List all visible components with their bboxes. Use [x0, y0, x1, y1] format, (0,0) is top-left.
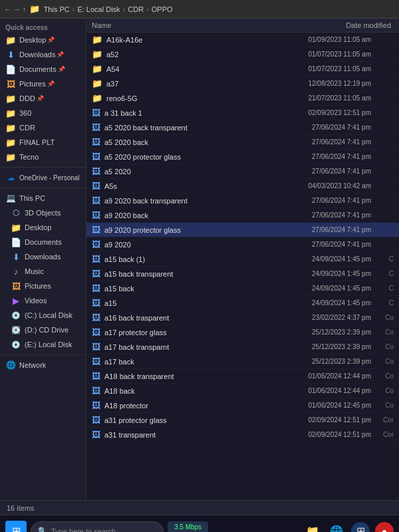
date-col-header[interactable]: Date modified: [287, 21, 394, 29]
table-row[interactable]: 🖼a9 2020 back transparent27/06/2024 7:41…: [86, 194, 399, 208]
table-row[interactable]: 🖼a31 protector glass02/09/2024 12:51 pmC…: [86, 413, 399, 428]
sidebar-item-tecno[interactable]: 📁 Tecno: [0, 150, 86, 164]
table-row[interactable]: 🖼a9 2020 back27/06/2024 7:41 pm: [86, 208, 399, 223]
file-name: 📁a52: [92, 49, 267, 59]
table-row[interactable]: 🖼a31 transparent02/09/2024 12:51 pmCor: [86, 428, 399, 442]
sidebar-item-onedrive[interactable]: ☁ OneDrive - Personal: [0, 170, 86, 185]
file-date: 24/09/2024 1:45 pm: [267, 299, 374, 307]
sidebar-item-desktop[interactable]: 📁 Desktop 📌: [0, 33, 86, 47]
file-icon: 🖼: [92, 254, 100, 264]
file-date: 02/09/2024 12:51 pm: [267, 416, 374, 424]
table-row[interactable]: 🖼A18 back transparent01/06/2024 12:44 pm…: [86, 369, 399, 384]
file-name: 📁A54: [92, 64, 267, 74]
pictures-icon: 🖼: [11, 281, 21, 291]
file-name: 🖼a9 2020: [92, 239, 267, 249]
table-row[interactable]: 🖼a17 protector glass25/12/2023 2:39 pmCo: [86, 325, 399, 340]
file-icon: 🖼: [92, 181, 100, 191]
table-row[interactable]: 🖼A5s04/03/2023 10:42 am: [86, 179, 399, 194]
cd-icon: 💽: [11, 325, 21, 335]
table-row[interactable]: 🖼a17 back transparnt25/12/2023 2:39 pmCo: [86, 340, 399, 354]
file-extra: C: [374, 285, 394, 292]
file-name: 🖼A18 back transparent: [92, 371, 267, 381]
start-button[interactable]: ⊞: [5, 521, 27, 533]
sidebar-item-desktop2[interactable]: 📁 Desktop: [0, 220, 86, 235]
table-row[interactable]: 📁a3712/08/2023 12:19 pm: [86, 76, 399, 91]
name-col-header[interactable]: Name: [92, 21, 287, 29]
table-row[interactable]: 🖼a5 2020 back27/06/2024 7:41 pm: [86, 135, 399, 150]
breadcrumb-cdr[interactable]: CDR: [128, 5, 144, 13]
table-row[interactable]: 🖼a15 back24/09/2024 1:45 pmC: [86, 281, 399, 296]
file-name: 🖼a17 back: [92, 356, 267, 366]
sidebar-item-cdisk[interactable]: 💿 (C:) Local Disk: [0, 308, 86, 323]
sidebar-item-videos[interactable]: ▶ Videos: [0, 293, 86, 308]
breadcrumb-edisk[interactable]: E: Local Disk: [77, 5, 120, 13]
file-name: 🖼a16 back trasparent: [92, 313, 267, 323]
file-name: 🖼a9 2020 back: [92, 210, 267, 220]
file-extra: C: [374, 255, 394, 263]
sidebar-item-network[interactable]: 🌐 Network: [0, 358, 86, 372]
sidebar-item-3dobjects[interactable]: ⬡ 3D Objects: [0, 205, 86, 220]
table-row[interactable]: 📁A16k-A16e01/09/2023 11:05 am: [86, 33, 399, 47]
table-row[interactable]: 🖼a5 2020 back transparent27/06/2024 7:41…: [86, 120, 399, 135]
file-icon: 🖼: [92, 283, 100, 293]
file-extra: Co: [374, 387, 394, 394]
sidebar-item-ddisk[interactable]: 💽 (D:) CD Drive: [0, 323, 86, 337]
table-row[interactable]: 📁a5201/07/2023 11:05 am: [86, 47, 399, 62]
table-row[interactable]: 🖼a5 2020 protector glass27/06/2024 7:41 …: [86, 150, 399, 164]
file-icon: 🖼: [92, 108, 100, 118]
table-row[interactable]: 🖼a9 202027/06/2024 7:41 pm: [86, 237, 399, 252]
table-row[interactable]: 🖼a16 back trasparent23/02/2022 4:37 pmCo: [86, 311, 399, 325]
table-row[interactable]: 📁reno6-5G21/07/2023 11:05 am: [86, 91, 399, 106]
table-row[interactable]: 🖼a17 back25/12/2023 2:39 pmCo: [86, 354, 399, 369]
sidebar-item-360[interactable]: 📁 360: [0, 106, 86, 120]
table-row[interactable]: 🖼a5 202027/06/2024 7:41 pm: [86, 164, 399, 179]
file-date: 04/03/2023 10:42 am: [267, 182, 374, 190]
sidebar-item-pictures[interactable]: 🖼 Pictures 📌: [0, 76, 86, 91]
file-date: 27/06/2024 7:41 pm: [267, 138, 374, 146]
back-arrow[interactable]: ← → ↑: [4, 5, 27, 13]
sidebar-item-finalplt[interactable]: 📁 FINAL PLT: [0, 135, 86, 150]
sidebar-item-cdr[interactable]: 📁 CDR: [0, 120, 86, 135]
file-extra: Cor: [374, 431, 394, 438]
table-row[interactable]: 🖼a 31 back 102/09/2023 12:51 pm: [86, 106, 399, 120]
table-row[interactable]: 🖼a9 2020 protector glass27/06/2024 7:41 …: [86, 223, 399, 237]
disk-icon: 💿: [11, 310, 21, 321]
app-icon[interactable]: ●: [375, 522, 394, 533]
breadcrumb-thispc[interactable]: This PC: [44, 5, 70, 13]
table-row[interactable]: 🖼a15 back (1)24/09/2024 1:45 pmC: [86, 252, 399, 267]
file-date: 01/06/2024 12:44 pm: [267, 387, 374, 394]
sidebar-item-thispc[interactable]: 💻 This PC: [0, 191, 86, 205]
file-icon: 🖼: [92, 137, 100, 147]
breadcrumb-oppo[interactable]: OPPO: [152, 5, 173, 13]
windows-icon[interactable]: ⊞: [351, 522, 370, 533]
file-name: 🖼a5 2020 back transparent: [92, 122, 267, 132]
table-row[interactable]: 🖼a1524/09/2024 1:45 pmC: [86, 296, 399, 311]
sidebar-item-ddd[interactable]: 📁 DDD 📌: [0, 91, 86, 106]
sidebar-item-edisk[interactable]: 💿 (E:) Local Disk: [0, 337, 86, 352]
file-date: 02/09/2023 12:51 pm: [267, 109, 374, 116]
file-name: 🖼a9 2020 back transparent: [92, 196, 267, 205]
sidebar-item-music[interactable]: ♪ Music: [0, 264, 86, 279]
file-date: 27/06/2024 7:41 pm: [267, 168, 374, 175]
sidebar-item-pictures2[interactable]: 🖼 Pictures: [0, 279, 86, 293]
sidebar-item-downloads[interactable]: ⬇ Downloads 📌: [0, 47, 86, 62]
file-list-header: Name Date modified: [86, 19, 399, 33]
upload-speed: 3.5 Mbps: [174, 523, 201, 531]
divider3: [0, 354, 86, 355]
table-row[interactable]: 🖼A18 protector01/06/2024 12:45 pmCo: [86, 398, 399, 413]
table-row[interactable]: 🖼a15 back transparent24/09/2024 1:45 pmC: [86, 267, 399, 281]
main-layout: Quick access 📁 Desktop 📌 ⬇ Downloads 📌 📄…: [0, 19, 399, 500]
file-name: 🖼a15 back (1): [92, 254, 267, 264]
network-info: 3.5 Mbps 82.8 Kbps: [168, 521, 208, 533]
search-bar[interactable]: 🔍 Type here to search: [31, 521, 164, 533]
browser-icon[interactable]: 🌐: [327, 522, 346, 533]
file-icon: 🖼: [92, 313, 100, 323]
file-date: 27/06/2024 7:41 pm: [267, 124, 374, 131]
sidebar-item-downloads2[interactable]: ⬇ Downloads: [0, 249, 86, 264]
file-explorer-icon[interactable]: 📁: [303, 522, 322, 533]
table-row[interactable]: 🖼A18 back01/06/2024 12:44 pmCo: [86, 384, 399, 398]
network-icon: 🌐: [5, 360, 16, 370]
sidebar-item-documents2[interactable]: 📄 Documents: [0, 235, 86, 249]
sidebar-item-documents[interactable]: 📄 Documents 📌: [0, 62, 86, 76]
table-row[interactable]: 📁A5401/07/2023 11:05 am: [86, 62, 399, 76]
